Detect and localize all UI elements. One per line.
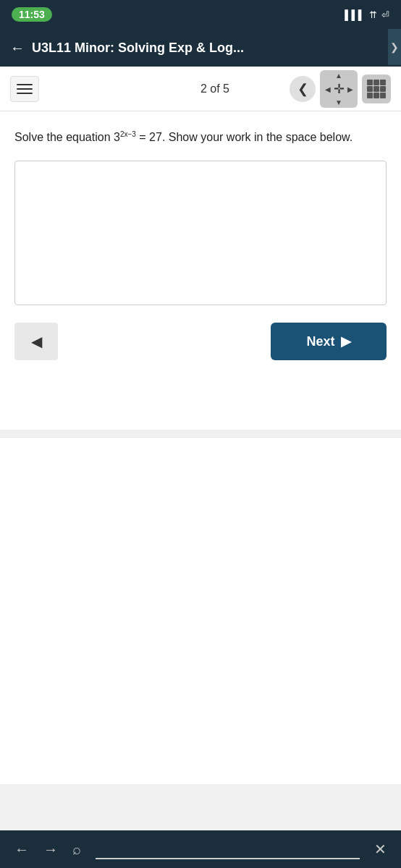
- browser-back-button[interactable]: ←: [14, 841, 29, 858]
- battery-icon: ⏎: [381, 9, 389, 20]
- move-right-arrow: ▶: [347, 85, 353, 93]
- wifi-icon: ⇈: [369, 9, 377, 20]
- next-label: Next: [306, 334, 334, 349]
- back-circle-button[interactable]: ❮: [290, 76, 316, 102]
- browser-bar: ← → ⌕ ✕: [0, 830, 401, 868]
- browser-close-button[interactable]: ✕: [374, 841, 387, 858]
- next-arrow-icon: ▶: [341, 333, 351, 349]
- exponent: 2x−3: [120, 130, 136, 138]
- browser-address-input[interactable]: [96, 839, 360, 859]
- page-title: U3L11 Minor: Solving Exp & Log...: [32, 41, 391, 56]
- move-horizontal: ◀ ✛ ▶: [325, 81, 353, 97]
- move-tool-button[interactable]: ▲ ◀ ✛ ▶ ▼: [320, 70, 358, 108]
- main-content: Solve the equation 32x−3 = 27. Show your…: [0, 111, 401, 430]
- question-text: Solve the equation 32x−3 = 27. Show your…: [14, 129, 387, 146]
- nav-bar: ← U3L11 Minor: Solving Exp & Log...: [0, 29, 401, 67]
- hamburger-button[interactable]: [10, 76, 39, 102]
- browser-forward-button[interactable]: →: [43, 841, 58, 858]
- status-time: 11:53: [12, 7, 52, 22]
- status-bar: 11:53 ▌▌▌ ⇈ ⏎: [0, 0, 401, 29]
- move-up-arrow: ▲: [335, 72, 342, 80]
- prev-arrow-icon: ◀: [31, 333, 42, 350]
- status-icons: ▌▌▌ ⇈ ⏎: [345, 9, 389, 20]
- hamburger-line: [17, 93, 33, 94]
- chevron-right-icon[interactable]: ❯: [388, 29, 401, 65]
- white-space-area: [0, 437, 401, 784]
- move-down-arrow: ▼: [335, 98, 342, 106]
- next-button[interactable]: Next ▶: [271, 323, 387, 360]
- move-left-arrow: ◀: [325, 85, 331, 93]
- hamburger-line: [17, 88, 33, 90]
- prev-button[interactable]: ◀: [14, 323, 58, 360]
- work-area[interactable]: [14, 161, 387, 305]
- grid-button[interactable]: [362, 75, 391, 103]
- signal-icon: ▌▌▌: [345, 9, 365, 20]
- nav-buttons: ◀ Next ▶: [14, 323, 387, 367]
- browser-search-button[interactable]: ⌕: [72, 841, 81, 858]
- back-button[interactable]: ←: [10, 40, 25, 56]
- hamburger-line: [17, 84, 33, 85]
- toolbar: 2 of 5 ❮ ▲ ◀ ✛ ▶ ▼: [0, 67, 401, 111]
- move-center-icon: ✛: [334, 81, 345, 97]
- grid-icon: [367, 80, 386, 98]
